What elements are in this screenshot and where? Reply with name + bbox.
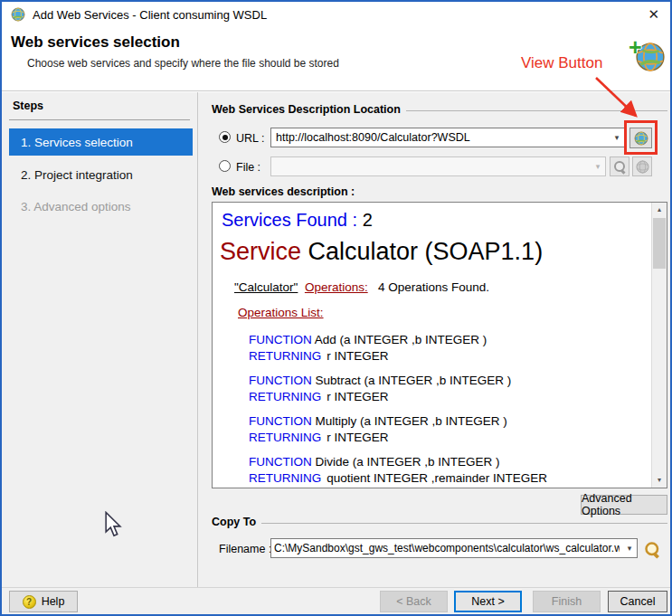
annotation-highlight-box	[624, 120, 658, 155]
location-group-header: Web Services Description Location	[212, 103, 667, 116]
group-rule	[261, 523, 667, 524]
sidebar-divider	[197, 92, 198, 587]
function-keyword: FUNCTION	[249, 414, 312, 428]
function-return: r INTEGER	[327, 431, 388, 444]
function-entry-multiply: FUNCTION Multiply (a INTEGER ,b INTEGER …	[249, 413, 651, 446]
plus-badge-icon: +	[629, 34, 642, 61]
returning-keyword: RETURNING	[249, 471, 321, 485]
cancel-button[interactable]: Cancel	[608, 591, 667, 612]
content-area: Steps 1. Services selection 2. Project i…	[2, 92, 670, 587]
function-entry-divide: FUNCTION Divide (a INTEGER ,b INTEGER ) …	[249, 454, 651, 487]
step-1-label: 1. Services selection	[21, 136, 133, 149]
services-found-label: Services Found :	[222, 210, 363, 230]
service-word: Service	[220, 238, 301, 265]
file-browse-button	[610, 156, 629, 176]
next-button[interactable]: Next >	[454, 591, 522, 612]
file-radio[interactable]	[219, 160, 231, 172]
scrollbar-thumb[interactable]	[653, 218, 666, 269]
service-name: Calculator (SOAP1.1)	[301, 238, 543, 265]
page-subtitle: Choose web services and specify where th…	[27, 57, 339, 70]
app-globe-icon	[11, 7, 25, 22]
operations-link[interactable]: Operations:	[305, 280, 368, 294]
finish-button: Finish	[533, 591, 601, 612]
filename-label: Filename :	[219, 543, 271, 555]
close-icon[interactable]: ✕	[648, 6, 659, 23]
description-panel: Services Found : 2 Service Calculator (S…	[212, 202, 667, 488]
service-title-line: Service Calculator (SOAP1.1)	[220, 238, 651, 266]
window-title: Add Web Services - Client consuming WSDL	[33, 8, 267, 22]
advanced-options-button[interactable]: Advanced Options	[581, 495, 667, 515]
function-keyword: FUNCTION	[249, 333, 312, 346]
location-group-title: Web Services Description Location	[212, 103, 401, 116]
title-bar: Add Web Services - Client consuming WSDL…	[2, 2, 670, 27]
operations-found-text: 4 Operations Found.	[378, 280, 489, 294]
file-combobox: ▾	[270, 156, 606, 176]
disabled-globe-icon	[636, 160, 649, 174]
url-label: URL :	[236, 132, 265, 145]
description-scrollbar[interactable]: ▴ ▾	[651, 203, 667, 488]
returning-keyword: RETURNING	[249, 349, 321, 363]
operations-summary-line: "Calculator" Operations: 4 Operations Fo…	[234, 280, 651, 294]
function-signature: Multiply (a INTEGER ,b INTEGER )	[316, 414, 507, 428]
function-return: quotient INTEGER ,remainder INTEGER	[327, 471, 547, 485]
view-button-annotation: View Button	[521, 54, 602, 72]
copy-to-title: Copy To	[212, 516, 256, 528]
function-entry-add: FUNCTION Add (a INTEGER ,b INTEGER ) RET…	[249, 332, 651, 365]
returning-keyword: RETURNING	[249, 431, 321, 444]
step-services-selection[interactable]: 1. Services selection	[9, 128, 193, 156]
help-button[interactable]: ? Help	[9, 591, 78, 612]
returning-keyword: RETURNING	[249, 390, 321, 403]
scroll-down-icon[interactable]: ▾	[652, 473, 667, 488]
url-radio[interactable]	[219, 131, 231, 143]
steps-rule	[9, 119, 190, 120]
calculator-link[interactable]: "Calculator"	[234, 280, 298, 294]
browse-magnifier-icon	[613, 160, 626, 173]
step-project-integration[interactable]: 2. Project integration	[21, 168, 133, 182]
function-return: r INTEGER	[327, 390, 388, 403]
url-combobox: ▾	[270, 128, 625, 147]
filename-dropdown-icon[interactable]: ▾	[622, 544, 637, 553]
file-view-button	[632, 156, 652, 176]
steps-title: Steps	[13, 100, 43, 112]
url-dropdown-icon[interactable]: ▾	[610, 133, 624, 142]
help-label: Help	[42, 595, 65, 608]
filename-input[interactable]	[271, 540, 622, 556]
function-signature: Divide (a INTEGER ,b INTEGER )	[316, 455, 500, 469]
back-button: < Back	[380, 591, 448, 612]
file-input	[271, 158, 591, 175]
function-keyword: FUNCTION	[249, 455, 312, 469]
wizard-header: Web services selection Choose web servic…	[2, 27, 670, 91]
services-found-count: 2	[363, 210, 373, 230]
description-label: Web services description :	[212, 185, 355, 198]
copy-to-group-header: Copy To	[212, 516, 667, 528]
operations-list-link[interactable]: Operations List:	[238, 306, 651, 319]
function-signature: Subtract (a INTEGER ,b INTEGER )	[316, 374, 512, 387]
page-title: Web services selection	[11, 33, 180, 52]
help-icon: ?	[23, 595, 36, 609]
function-entry-subtract: FUNCTION Subtract (a INTEGER ,b INTEGER …	[249, 373, 651, 405]
file-dropdown-icon: ▾	[591, 162, 605, 171]
services-found-line: Services Found : 2	[222, 210, 651, 231]
url-input[interactable]	[271, 129, 610, 146]
scroll-up-icon[interactable]: ▴	[652, 203, 667, 217]
step-advanced-options: 3. Advanced options	[21, 200, 131, 213]
function-return: r INTEGER	[327, 349, 388, 363]
file-label: File :	[236, 161, 260, 174]
filename-combobox: ▾	[270, 538, 638, 558]
function-signature: Add (a INTEGER ,b INTEGER )	[315, 333, 487, 346]
wizard-dialog: Add Web Services - Client consuming WSDL…	[0, 0, 672, 616]
function-keyword: FUNCTION	[249, 374, 312, 387]
description-content: Services Found : 2 Service Calculator (S…	[213, 203, 651, 488]
group-rule	[406, 110, 667, 111]
